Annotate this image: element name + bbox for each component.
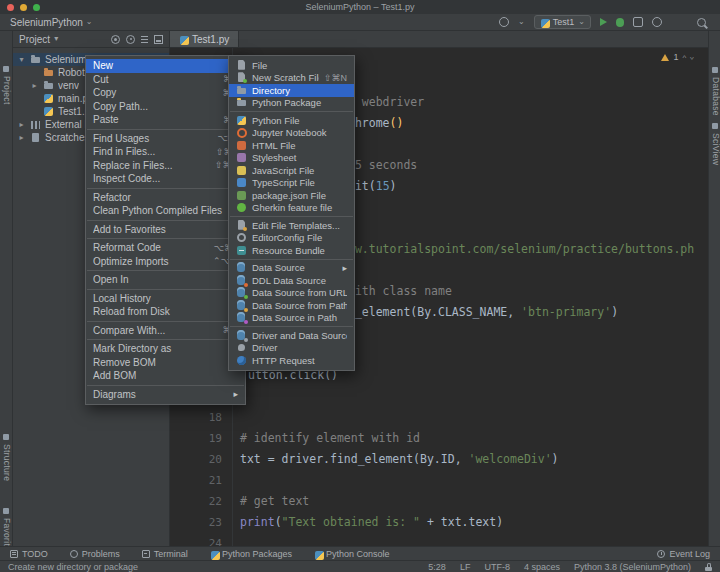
menu-item-package-json-file[interactable]: package.json File: [229, 189, 354, 202]
menu-item-file[interactable]: File: [229, 59, 354, 72]
tool-button-event-log[interactable]: Event Log: [657, 549, 710, 559]
tool-button-todo[interactable]: TODO: [10, 549, 48, 559]
code-line[interactable]: 24: [170, 533, 708, 546]
menu-item-gherkin-feature-file[interactable]: Gherkin feature file: [229, 202, 354, 215]
status-widget-4-spaces[interactable]: 4 spaces: [524, 562, 560, 572]
status-widget-lf[interactable]: LF: [460, 562, 471, 572]
tool-button-project[interactable]: Project: [2, 76, 12, 105]
zoom-window-button[interactable]: [33, 4, 40, 11]
menu-item-find-usages[interactable]: Find Usages⌥F7: [86, 132, 245, 146]
menu-item-reformat-code[interactable]: Reformat Code⌥⌘L: [86, 241, 245, 255]
menu-item-data-source-in-path[interactable]: Data Source in Path: [229, 312, 354, 325]
code-line[interactable]: 23print("Text obtained is: " + txt.text): [170, 512, 708, 533]
menu-item-html-file[interactable]: HTML File: [229, 139, 354, 152]
status-widget-5-28[interactable]: 5:28: [428, 562, 446, 572]
menu-item-driver[interactable]: Driver: [229, 342, 354, 355]
menu-item-cut[interactable]: Cut⌘X: [86, 73, 245, 87]
menu-item-replace-in-files[interactable]: Replace in Files...⇧⌘R: [86, 159, 245, 173]
menu-item-new-scratch-file[interactable]: New Scratch File⇧⌘N: [229, 72, 354, 85]
menu-item-driver-and-data-source[interactable]: Driver and Data Source: [229, 329, 354, 342]
sciview-tool-icon[interactable]: [712, 123, 718, 129]
code-line[interactable]: 17: [170, 386, 708, 407]
collapse-all-icon[interactable]: [141, 35, 148, 43]
tool-button-database[interactable]: Database: [711, 77, 720, 116]
menu-item-python-file[interactable]: Python File: [229, 114, 354, 127]
coverage-button[interactable]: [633, 17, 643, 27]
prev-warning-icon[interactable]: ^: [682, 53, 686, 62]
line-number[interactable]: 23: [170, 512, 222, 533]
expand-chevron-icon[interactable]: ▸: [30, 81, 39, 90]
code-line[interactable]: 21: [170, 470, 708, 491]
avatar-icon[interactable]: [499, 17, 509, 27]
next-warning-icon[interactable]: ^: [690, 53, 694, 62]
minimize-window-button[interactable]: [20, 4, 27, 11]
menu-item-refactor[interactable]: Refactor▸: [86, 191, 245, 205]
menu-item-copy[interactable]: Copy⌘C: [86, 86, 245, 100]
menu-item-new[interactable]: New▸: [86, 59, 245, 73]
line-number[interactable]: 20: [170, 449, 222, 470]
menu-item-open-in[interactable]: Open In▸: [86, 273, 245, 287]
tool-button-python-console[interactable]: Python Console: [314, 549, 390, 559]
lock-icon[interactable]: [705, 563, 712, 571]
structure-tool-icon[interactable]: [3, 434, 9, 440]
menu-item-paste[interactable]: Paste⌘V: [86, 113, 245, 127]
line-number[interactable]: 18: [170, 407, 222, 428]
chevron-down-icon[interactable]: ▾: [54, 35, 58, 43]
menu-item-diagrams[interactable]: Diagrams▸: [86, 388, 245, 402]
locate-icon[interactable]: [111, 35, 120, 44]
menu-item-reload-from-disk[interactable]: Reload from Disk: [86, 305, 245, 319]
editor-tab-test1[interactable]: Test1.py: [170, 31, 239, 47]
menu-item-resource-bundle[interactable]: Resource Bundle: [229, 244, 354, 257]
menu-item-ddl-data-source[interactable]: DDL Data Source: [229, 274, 354, 287]
menu-item-add-to-favorites[interactable]: Add to Favorites▸: [86, 223, 245, 237]
menu-item-mark-directory-as[interactable]: Mark Directory as▸: [86, 342, 245, 356]
menu-item-find-in-files[interactable]: Find in Files...⇧⌘F: [86, 145, 245, 159]
hide-panel-icon[interactable]: [154, 35, 163, 44]
menu-item-optimize-imports[interactable]: Optimize Imports⌃⌥O: [86, 255, 245, 269]
project-breadcrumb[interactable]: SeleniumPython ⌄: [10, 17, 93, 28]
menu-item-remove-bom[interactable]: Remove BOM: [86, 356, 245, 370]
project-panel-title[interactable]: Project: [19, 34, 50, 45]
menu-item-editorconfig-file[interactable]: EditorConfig File: [229, 232, 354, 245]
menu-item-stylesheet[interactable]: Stylesheet: [229, 152, 354, 165]
favorites-tool-icon[interactable]: [3, 508, 9, 514]
close-window-button[interactable]: [7, 4, 14, 11]
code-line[interactable]: 19# identify element with id: [170, 428, 708, 449]
menu-item-data-source-from-path[interactable]: Data Source from Path: [229, 299, 354, 312]
collapse-chevron-icon[interactable]: ▾: [17, 55, 26, 64]
code-line[interactable]: 20txt = driver.find_element(By.ID, 'welc…: [170, 449, 708, 470]
tool-button-terminal[interactable]: Terminal: [142, 549, 188, 559]
gear-icon[interactable]: [126, 35, 135, 44]
menu-item-compare-with[interactable]: Compare With...⌘D: [86, 324, 245, 338]
debug-button[interactable]: [616, 18, 624, 27]
menu-item-add-bom[interactable]: Add BOM: [86, 369, 245, 383]
line-number[interactable]: 24: [170, 533, 222, 546]
tool-button-problems[interactable]: Problems: [70, 549, 120, 559]
menu-item-typescript-file[interactable]: TypeScript File: [229, 177, 354, 190]
menu-item-edit-file-templates[interactable]: Edit File Templates...: [229, 219, 354, 232]
tool-button-sciview[interactable]: SciView: [711, 133, 720, 165]
profiler-button[interactable]: [652, 17, 662, 27]
tool-button-structure[interactable]: Structure: [2, 444, 12, 481]
menu-item-python-package[interactable]: Python Package: [229, 97, 354, 110]
tool-button-python-packages[interactable]: Python Packages: [210, 549, 292, 559]
chevron-down-icon[interactable]: ⌄: [518, 18, 525, 26]
run-button[interactable]: [600, 18, 607, 26]
menu-item-javascript-file[interactable]: JavaScript File: [229, 164, 354, 177]
status-widget-python-3-8-seleniumpython[interactable]: Python 3.8 (SeleniumPython): [574, 562, 691, 572]
expand-chevron-icon[interactable]: ▸: [17, 120, 26, 129]
search-icon[interactable]: [697, 18, 706, 27]
menu-item-inspect-code[interactable]: Inspect Code...: [86, 172, 245, 186]
menu-item-local-history[interactable]: Local History▸: [86, 292, 245, 306]
menu-item-jupyter-notebook[interactable]: Jupyter Notebook: [229, 127, 354, 140]
menu-item-clean-python-compiled-files[interactable]: Clean Python Compiled Files: [86, 204, 245, 218]
inspection-widget[interactable]: 1 ^ ^: [661, 52, 694, 62]
menu-item-data-source-from-url[interactable]: Data Source from URL: [229, 287, 354, 300]
status-widget-utf-8[interactable]: UTF-8: [484, 562, 510, 572]
line-number[interactable]: 21: [170, 470, 222, 491]
menu-item-copy-path[interactable]: Copy Path...: [86, 100, 245, 114]
line-number[interactable]: 19: [170, 428, 222, 449]
menu-item-directory[interactable]: Directory: [229, 84, 354, 97]
line-number[interactable]: 22: [170, 491, 222, 512]
run-config-selector[interactable]: Test1 ⌄: [534, 15, 591, 29]
